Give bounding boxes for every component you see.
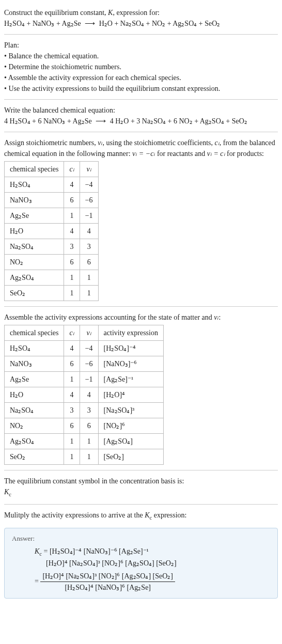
cell-c: 6 [64,255,80,270]
table-row: SeO₂11 [5,286,99,301]
activity-text-b: : [219,313,221,321]
cell-c: 6 [64,193,80,208]
cell-nu: −4 [80,341,98,356]
balanced-section: Write the balanced chemical equation: 4 … [4,102,278,130]
intro-text-b: , expression for: [113,9,160,17]
stoich-table: chemical species cᵢ νᵢ H₂SO₄4−4 NaNO₃6−6… [4,161,99,301]
table-row: NO₂66 [5,255,99,270]
cell-nu: 4 [80,224,98,239]
balanced-eq-rhs: 4 H₂O + 3 Na₂SO₄ + 6 NO₂ + Ag₂SO₄ + SeO₂ [110,117,247,125]
cell-species: Ag₂Se [5,372,64,387]
symbol-section: The equilibrium constant symbol in the c… [4,473,278,502]
stoich-text-b: , using the stoichiometric coefficients, [102,139,214,147]
answer-eq-lead: = [35,577,40,585]
cell-species: H₂O [5,387,64,403]
cell-c: 1 [64,449,80,465]
stoich-rel2: νᵢ = cᵢ [207,150,225,158]
cell-activity: [Ag₂Se]⁻¹ [98,372,163,387]
cell-c: 6 [64,356,80,372]
multiply-text-a: Mulitply the activity expressions to arr… [4,511,145,519]
table-header-row: chemical species cᵢ νᵢ [5,162,99,177]
cell-species: Ag₂SO₄ [5,434,64,449]
table-row: NaNO₃6−6[NaNO₃]⁻⁶ [5,356,164,372]
stoich-text-a: Assign stoichiometric numbers, [4,139,98,147]
cell-c: 1 [64,286,80,301]
table-row: NO₂66[NO₂]⁶ [5,418,164,434]
divider [4,504,278,505]
cell-species: SeO₂ [5,286,64,301]
activity-table: chemical species cᵢ νᵢ activity expressi… [4,325,164,465]
multiply-section: Mulitply the activity expressions to arr… [4,507,278,525]
table-row: H₂O44[H₂O]⁴ [5,387,164,403]
cell-nu: −4 [80,177,98,193]
cell-species: H₂SO₄ [5,177,64,193]
arrow-icon: ⟶ [93,117,108,125]
cell-c: 4 [64,387,80,403]
answer-fraction-line: = [H₂O]⁴ [Na₂SO₄]³ [NO₂]⁶ [Ag₂SO₄] [SeO₂… [12,571,270,593]
cell-species: SeO₂ [5,449,64,465]
multiply-text-b: expression: [152,511,186,519]
cell-nu: −1 [80,208,98,224]
col-nu: νᵢ [80,162,98,177]
cell-c: 3 [64,239,80,255]
cell-species: NO₂ [5,418,64,434]
divider [4,470,278,470]
table-row: H₂SO₄4−4 [5,177,99,193]
table-row: Ag₂Se1−1 [5,208,99,224]
activity-paragraph: Assemble the activity expressions accoun… [4,312,278,323]
answer-line1-rhs: [H₂SO₄]⁻⁴ [NaNO₃]⁻⁶ [Ag₂Se]⁻¹ [50,547,149,555]
intro-text-a: Construct the equilibrium constant, [4,9,108,17]
multiply-kc: Kc [145,511,152,519]
intro-equation: H₂SO₄ + NaNO₃ + Ag₂Se ⟶ H₂O + Na₂SO₄ + N… [4,18,278,29]
cell-species: H₂O [5,224,64,239]
cell-species: Na₂SO₄ [5,239,64,255]
col-species: chemical species [5,162,64,177]
cell-nu: 1 [80,286,98,301]
balanced-eq-lhs: 4 H₂SO₄ + 6 NaNO₃ + Ag₂Se [4,117,92,125]
col-species: chemical species [5,325,64,341]
cell-activity: [SeO₂] [98,449,163,465]
cell-c: 6 [64,418,80,434]
plan-bullet-3: • Assemble the activity expression for e… [4,72,278,83]
table-row: Ag₂SO₄11 [5,270,99,286]
activity-nu-i: νᵢ [214,313,218,321]
cell-nu: 1 [80,434,98,449]
cell-activity: [Ag₂SO₄] [98,434,163,449]
cell-c: 4 [64,224,80,239]
balanced-equation: 4 H₂SO₄ + 6 NaNO₃ + Ag₂Se ⟶ 4 H₂O + 3 Na… [4,116,278,127]
cell-c: 1 [64,434,80,449]
intro-K: K [108,9,113,17]
plan-heading: Plan: [4,40,278,51]
col-nu: νᵢ [80,325,98,341]
divider [4,34,278,35]
plan-bullet-2: • Determine the stoichiometric numbers. [4,61,278,72]
answer-line2: [H₂O]⁴ [Na₂SO₄]³ [NO₂]⁶ [Ag₂SO₄] [SeO₂] [12,558,270,569]
plan-bullet-4: • Use the activity expressions to build … [4,83,278,94]
cell-species: NaNO₃ [5,356,64,372]
cell-nu: −6 [80,193,98,208]
cell-nu: 3 [80,403,98,418]
table-row: Ag₂Se1−1[Ag₂Se]⁻¹ [5,372,164,387]
answer-box: Answer: Kc = [H₂SO₄]⁻⁴ [NaNO₃]⁻⁶ [Ag₂Se]… [4,528,278,599]
intro-eq-rhs: H₂O + Na₂SO₄ + NO₂ + Ag₂SO₄ + SeO₂ [99,20,221,27]
cell-c: 1 [64,372,80,387]
cell-species: Ag₂Se [5,208,64,224]
cell-c: 4 [64,341,80,356]
cell-activity: [NO₂]⁶ [98,418,163,434]
cell-activity: [NaNO₃]⁻⁶ [98,356,163,372]
cell-species: NO₂ [5,255,64,270]
fraction-numerator: [H₂O]⁴ [Na₂SO₄]³ [NO₂]⁶ [Ag₂SO₄] [SeO₂] [40,571,175,582]
fraction-denominator: [H₂SO₄]⁴ [NaNO₃]⁶ [Ag₂Se] [40,582,175,593]
intro-section: Construct the equilibrium constant, K, e… [4,4,278,32]
table-row: Na₂SO₄33[Na₂SO₄]³ [5,403,164,418]
plan-section: Plan: • Balance the chemical equation. •… [4,37,278,97]
table-row: SeO₂11[SeO₂] [5,449,164,465]
col-activity: activity expression [98,325,163,341]
stoich-paragraph: Assign stoichiometric numbers, νᵢ, using… [4,137,278,159]
cell-nu: 6 [80,418,98,434]
cell-c: 1 [64,270,80,286]
answer-label: Answer: [12,533,270,544]
col-c: cᵢ [64,325,80,341]
cell-c: 3 [64,403,80,418]
table-row: Ag₂SO₄11[Ag₂SO₄] [5,434,164,449]
